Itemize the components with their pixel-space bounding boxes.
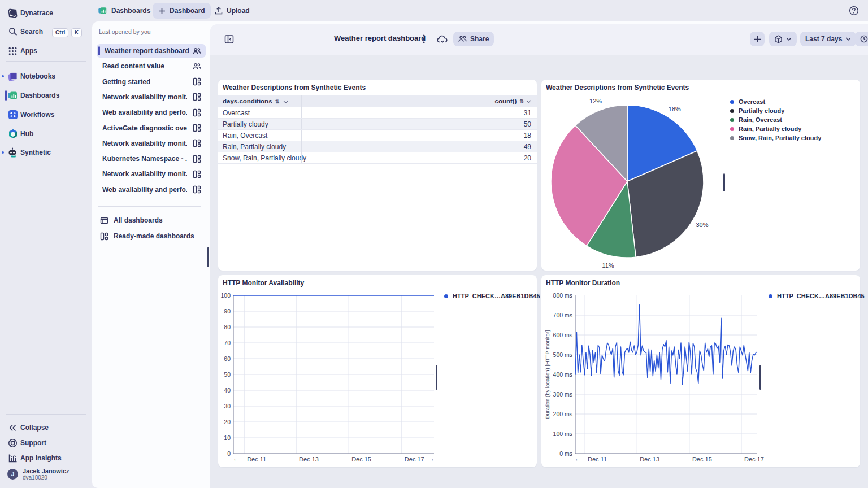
toggle-sidebar-icon[interactable]: [222, 32, 236, 46]
table-row[interactable]: Rain, Overcast18: [218, 130, 537, 141]
auto-refresh-button[interactable]: Off: [855, 32, 868, 46]
dashboard-list-item[interactable]: Read content value: [97, 59, 206, 73]
rail-item-apps[interactable]: Apps: [0, 44, 92, 58]
board-icon: [193, 170, 201, 178]
board-icon: [193, 185, 201, 194]
rail-item-label: Hub: [20, 130, 33, 138]
panel-section-header: Last opened by you: [99, 28, 203, 35]
board-icon: [193, 108, 201, 117]
rail-item-support[interactable]: Support: [0, 436, 92, 450]
column-header: count()⇅: [301, 95, 537, 107]
rail-item-notebooks[interactable]: Notebooks: [0, 69, 92, 83]
rail-item-synthetic[interactable]: NEW Synthetic: [0, 146, 92, 159]
dashboard-list-item[interactable]: ActiveGate diagnostic over...: [97, 121, 206, 135]
table-header-row[interactable]: days.conditions⇅ count()⇅: [218, 95, 537, 107]
tab-new-dashboard[interactable]: Dashboard: [153, 3, 211, 19]
legend-item[interactable]: Snow, Rain, Partially cloudy: [730, 133, 821, 142]
time-range-button[interactable]: Last 7 days: [800, 32, 856, 46]
item-label: Web availability and perfo...: [102, 108, 187, 116]
dashboard-list-item[interactable]: Kubernetes Namespace - ...: [97, 152, 206, 165]
new-dot: [2, 151, 4, 154]
x-tick-label: Dec 11: [247, 456, 266, 463]
tab-upload[interactable]: Upload: [209, 3, 255, 19]
y-tick-label: 20: [224, 419, 231, 425]
legend-resize-handle[interactable]: [436, 365, 437, 390]
legend-item[interactable]: Rain, Partially cloudy: [730, 124, 821, 133]
scroll-right-icon[interactable]: →: [428, 455, 435, 462]
dashboard-list-item[interactable]: Network availability monit...: [97, 90, 206, 104]
legend-resize-handle[interactable]: [723, 173, 725, 191]
dashboard-list-item[interactable]: Network availability monit...: [97, 137, 206, 150]
rail-item-app-insights[interactable]: App insights: [0, 451, 92, 465]
apps-grid-icon: [7, 46, 18, 56]
rail-item-dashboards[interactable]: Dashboards: [0, 89, 92, 102]
cloud-sync-icon[interactable]: [435, 32, 450, 46]
item-label: Weather report dashboard: [105, 47, 189, 55]
rail-item-label: Collapse: [20, 424, 49, 432]
dashboard-list-item[interactable]: Weather report dashboard: [97, 44, 206, 58]
plus-icon: [158, 7, 166, 15]
tile-http-duration: HTTP Monitor Duration 800 ms700 ms600 ms…: [541, 275, 860, 467]
dashboard-title[interactable]: Weather report dashboard: [334, 34, 426, 42]
ready-made-dashboards-item[interactable]: Ready-made dashboards: [97, 229, 206, 243]
chevron-down-icon: [283, 101, 288, 103]
scroll-right-icon[interactable]: →: [752, 455, 758, 462]
user-menu[interactable]: J Jacek Janowicz dva18020: [7, 468, 89, 481]
legend-dot: [730, 100, 734, 104]
legend-resize-handle[interactable]: [760, 365, 761, 390]
rail-item-workflows[interactable]: Workflows: [0, 108, 92, 121]
dashboard-list-item[interactable]: Web availability and perfo...: [97, 106, 206, 119]
x-tick-label: Dec 13: [299, 456, 319, 463]
legend-item[interactable]: Partially cloudy: [730, 106, 821, 115]
legend-item[interactable]: Overcast: [730, 97, 821, 106]
pie-percent-label: 30%: [696, 221, 708, 228]
rail-item-collapse[interactable]: Collapse: [0, 421, 92, 434]
section-label: Last opened by you: [99, 28, 151, 35]
rail-divider: [6, 414, 86, 415]
table-row[interactable]: Overcast31: [218, 107, 537, 119]
main-frame: Last opened by you Weather report dashbo…: [92, 21, 868, 488]
table-row[interactable]: Snow, Rain, Partially cloudy20: [218, 152, 537, 164]
left-rail: Dynatrace Search Ctrl K Apps Notebook: [0, 0, 92, 488]
panel-scrollbar-thumb[interactable]: [207, 247, 209, 267]
rail-item-label: Support: [20, 439, 46, 447]
dashboard-list-item[interactable]: Getting started: [97, 75, 206, 89]
rail-item-hub[interactable]: Hub: [0, 127, 92, 141]
brand[interactable]: Dynatrace: [0, 6, 92, 20]
table-row[interactable]: Partially cloudy50: [218, 119, 537, 130]
collapse-icon: [7, 422, 18, 433]
y-tick-label: 10: [224, 434, 231, 441]
legend-item[interactable]: HTTP_CHECK…A89EB1DB45: [769, 291, 865, 300]
plus-icon: [754, 36, 761, 43]
y-tick-label: 50: [224, 371, 231, 378]
svg-text:NEW: NEW: [11, 155, 15, 157]
y-tick-label: 600 ms: [553, 332, 572, 338]
y-tick-label: 40: [224, 387, 231, 394]
brand-label: Dynatrace: [20, 9, 53, 17]
workflows-icon: [7, 110, 18, 120]
scroll-left-icon[interactable]: ←: [233, 455, 239, 462]
scroll-left-icon[interactable]: ←: [575, 455, 581, 462]
people-icon: [458, 36, 467, 42]
table-row[interactable]: Rain, Partially cloudy49: [218, 141, 537, 152]
hub-icon: [7, 129, 18, 140]
dashboard-list-item[interactable]: Web availability and perfo...: [97, 183, 206, 197]
dashboard-list-item[interactable]: Network availability monit...: [97, 167, 206, 181]
tile-http-availability: HTTP Monitor Availability 10090807060504…: [218, 275, 537, 467]
item-label: Web availability and perfo...: [102, 186, 187, 194]
all-dashboards-item[interactable]: All dashboards: [97, 213, 206, 228]
legend-item[interactable]: Rain, Overcast: [730, 115, 821, 124]
legend-item[interactable]: HTTP_CHECK…A89EB1DB45: [444, 291, 540, 300]
rail-item-search[interactable]: Search Ctrl K: [0, 25, 92, 38]
variables-button[interactable]: [769, 32, 797, 46]
rail-item-label: App insights: [20, 454, 62, 462]
chevron-down-icon: [786, 37, 792, 41]
help-icon[interactable]: [849, 6, 859, 16]
x-tick-label: Dec 15: [351, 456, 371, 463]
add-tile-button[interactable]: [750, 32, 765, 46]
tab-dashboards-app[interactable]: Dashboards: [92, 3, 156, 19]
kebab-menu-icon[interactable]: [419, 32, 429, 46]
share-button[interactable]: Share: [453, 32, 494, 46]
tab-label: Dashboards: [111, 7, 150, 15]
tab-strip: Dashboards Dashboard Upload: [92, 0, 868, 21]
